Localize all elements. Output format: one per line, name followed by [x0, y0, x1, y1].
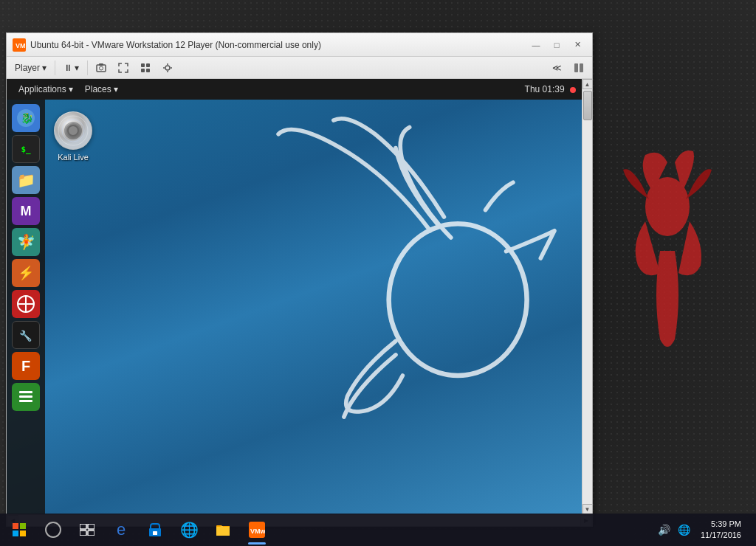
- minimize-button[interactable]: —: [527, 38, 545, 52]
- svg-rect-8: [146, 69, 150, 72]
- windows-taskbar: e 🌐 VMw 🔊 🌐 5:39 PM 11/17/2016: [0, 514, 756, 546]
- window-title: Ubuntu 64-bit - VMware Workstation 12 Pl…: [30, 40, 527, 50]
- toolbar-separator: [55, 61, 55, 75]
- applications-label: Applications: [18, 84, 66, 94]
- vmware-taskbar-button[interactable]: VMw: [241, 514, 273, 546]
- svg-rect-14: [574, 63, 578, 72]
- applications-menu[interactable]: Applications ▾: [13, 82, 79, 97]
- dragon-right-decoration: [623, 148, 712, 369]
- pause-icon: ⏸: [63, 63, 72, 73]
- fullscreen-button[interactable]: [113, 59, 134, 77]
- snapshot-button[interactable]: [91, 59, 111, 77]
- svg-rect-39: [80, 531, 86, 536]
- title-bar: VM Ubuntu 64-bit - VMware Workstation 12…: [7, 33, 592, 57]
- svg-rect-36: [20, 531, 26, 536]
- store-icon: [148, 522, 162, 537]
- svg-rect-4: [99, 63, 103, 66]
- svg-point-26: [55, 112, 92, 149]
- dock-kali-icon[interactable]: 🐉: [12, 104, 40, 132]
- scroll-track[interactable]: [583, 89, 592, 504]
- kali-live-icon[interactable]: Kali Live: [51, 108, 95, 165]
- svg-point-16: [388, 224, 526, 376]
- svg-rect-6: [146, 63, 150, 67]
- cd-disc-icon: [54, 111, 92, 150]
- scroll-thumb[interactable]: [583, 91, 592, 120]
- close-button[interactable]: ✕: [568, 38, 586, 52]
- clock-display: Thu 01:39: [525, 84, 576, 94]
- start-button[interactable]: [3, 514, 35, 546]
- task-view-button[interactable]: [71, 514, 103, 546]
- library-button[interactable]: [568, 59, 589, 77]
- places-arrow: ▾: [114, 84, 118, 94]
- svg-point-3: [100, 66, 103, 70]
- snapshot-icon: [96, 63, 106, 73]
- prefs-icon: [162, 63, 173, 73]
- dock-contacts-icon[interactable]: [12, 383, 40, 411]
- svg-point-31: [71, 128, 75, 133]
- vmware-title-icon: VM: [13, 38, 26, 52]
- kali-live-label: Kali Live: [58, 153, 89, 162]
- dock-formtools-icon[interactable]: F: [12, 352, 40, 380]
- dock-tool-icon[interactable]: 🔧: [12, 321, 40, 349]
- system-clock[interactable]: 5:39 PM 11/17/2016: [695, 519, 747, 542]
- library-icon: [574, 63, 584, 73]
- sidebar-toggle-button[interactable]: ≪: [547, 59, 567, 77]
- svg-point-29: [66, 123, 80, 138]
- kali-dock: 🐉 $_ 📁 M 🧚: [7, 100, 45, 514]
- search-button[interactable]: [37, 514, 69, 546]
- tray-speakers-icon[interactable]: 🔊: [655, 521, 673, 539]
- sidebar-toggle-icon: ≪: [552, 63, 562, 73]
- svg-text:🐉: 🐉: [21, 112, 34, 125]
- unity-button[interactable]: [135, 59, 156, 77]
- clock-time: Thu 01:39: [525, 84, 565, 94]
- preferences-button[interactable]: [157, 59, 178, 77]
- svg-rect-44: [216, 527, 230, 536]
- maximize-button[interactable]: □: [548, 38, 566, 52]
- svg-rect-40: [88, 531, 94, 536]
- pause-dropdown-icon: ▾: [75, 63, 79, 73]
- svg-rect-7: [141, 69, 145, 72]
- dock-burpsuite-icon[interactable]: ⚡: [12, 259, 40, 287]
- scroll-down-button[interactable]: ▼: [583, 504, 593, 514]
- dock-radare-icon[interactable]: [12, 290, 40, 318]
- svg-text:VMw: VMw: [250, 528, 265, 535]
- vertical-scrollbar[interactable]: ▲ ▼: [582, 79, 592, 514]
- system-tray: 🔊 🌐 5:39 PM 11/17/2016: [649, 519, 753, 542]
- search-circle-icon: [45, 522, 61, 538]
- svg-rect-2: [97, 65, 106, 72]
- svg-rect-33: [13, 523, 18, 529]
- tray-network-icon[interactable]: 🌐: [675, 521, 693, 539]
- scroll-up-button[interactable]: ▲: [583, 79, 593, 89]
- edge-icon: e: [117, 520, 126, 539]
- svg-rect-42: [153, 531, 157, 535]
- task-view-icon: [80, 524, 94, 536]
- internet-explorer-button[interactable]: 🌐: [173, 514, 205, 546]
- clock-date-display: 11/17/2016: [701, 530, 741, 541]
- pause-button[interactable]: ⏸ ▾: [58, 59, 84, 77]
- svg-rect-15: [580, 63, 583, 72]
- svg-rect-25: [19, 400, 32, 402]
- kali-desktop[interactable]: Applications ▾ Places ▾ Thu 01:39: [7, 79, 582, 514]
- file-explorer-button[interactable]: [207, 514, 239, 546]
- player-label: Player: [15, 63, 40, 73]
- store-button[interactable]: [139, 514, 171, 546]
- dock-folder-icon[interactable]: 📁: [12, 166, 40, 194]
- dock-terminal-icon[interactable]: $_: [12, 135, 40, 163]
- applications-arrow: ▾: [69, 84, 73, 94]
- toolbar-right-area: ≪: [547, 59, 589, 77]
- dock-fairy-icon[interactable]: 🧚: [12, 228, 40, 256]
- places-menu[interactable]: Places ▾: [79, 82, 124, 97]
- clock-time-display: 5:39 PM: [701, 519, 741, 530]
- unity-icon: [140, 63, 151, 73]
- kali-system-tray: Thu 01:39: [525, 84, 576, 94]
- svg-rect-35: [13, 531, 18, 536]
- dock-maltego-icon[interactable]: M: [12, 197, 40, 225]
- svg-text:VM: VM: [16, 42, 25, 49]
- svg-rect-38: [88, 524, 94, 529]
- window-controls: — □ ✕: [527, 38, 586, 52]
- player-menu-button[interactable]: Player ▾: [10, 59, 52, 77]
- edge-button[interactable]: e: [105, 514, 137, 546]
- kali-dragon-logo: [237, 79, 582, 424]
- svg-rect-5: [141, 63, 145, 67]
- svg-point-30: [69, 127, 77, 134]
